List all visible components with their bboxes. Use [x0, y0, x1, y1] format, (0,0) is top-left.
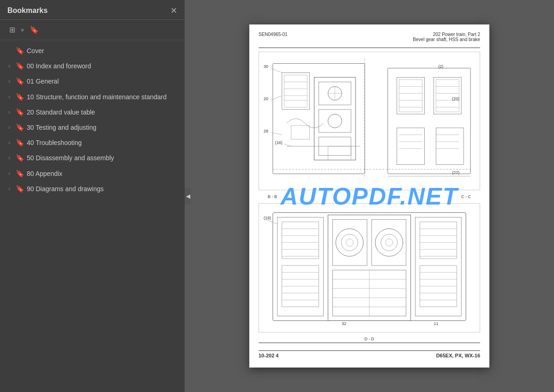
- svg-rect-80: [420, 222, 457, 259]
- svg-text:(22): (22): [452, 170, 459, 175]
- sidebar: Bookmarks ✕ ⊞ ▾ 🔖 › 🔖 Cover › 🔖 00 Index…: [0, 0, 185, 392]
- close-button[interactable]: ✕: [170, 6, 177, 15]
- bookmark-item-30[interactable]: › 🔖 30 Testing and adjusting: [2, 120, 183, 135]
- svg-line-37: [271, 133, 282, 135]
- page-footer: 10-202 4 D65EX, PX, WX-16: [259, 350, 480, 358]
- bookmark-icon: 🔖: [16, 154, 24, 162]
- svg-text:(20): (20): [452, 96, 459, 101]
- svg-point-74: [346, 239, 353, 246]
- bookmark-label-80: 80 Appendix: [27, 169, 178, 178]
- bookmark-item-01[interactable]: › 🔖 01 General: [2, 74, 183, 89]
- sidebar-toolbar: ⊞ ▾ 🔖: [0, 20, 185, 40]
- bookmark-list: › 🔖 Cover › 🔖 00 Index and foreword › 🔖 …: [0, 40, 185, 392]
- main-content: AUTOPDF.NET SEN04965-01 202 Power train,…: [185, 0, 554, 392]
- svg-rect-30: [436, 79, 459, 112]
- toolbar-divider: ▾: [21, 26, 24, 34]
- diagram-bottom-label: D - D: [259, 335, 480, 343]
- page-header-left: SEN04965-01: [259, 32, 288, 37]
- svg-rect-24: [399, 79, 422, 112]
- bookmark-item-50[interactable]: › 🔖 50 Disassembly and assembly: [2, 151, 183, 165]
- svg-line-92: [266, 219, 277, 224]
- svg-rect-16: [319, 109, 351, 133]
- diagram-bottom-svg: (19) 11 32: [259, 204, 480, 332]
- svg-text:(2): (2): [438, 64, 443, 69]
- bookmark-label-40: 40 Troubleshooting: [27, 139, 178, 147]
- bookmark-item-00[interactable]: › 🔖 00 Index and foreword: [2, 59, 183, 73]
- svg-rect-41: [291, 126, 310, 139]
- layout-button[interactable]: ⊞: [6, 24, 18, 36]
- chevron-icon: ›: [6, 139, 13, 146]
- bookmark-label-90: 90 Diagrams and drawings: [27, 185, 178, 193]
- svg-line-36: [271, 96, 282, 100]
- chevron-icon: ›: [6, 186, 13, 192]
- svg-rect-44: [436, 128, 464, 165]
- sidebar-collapse-button[interactable]: ◀: [185, 188, 191, 205]
- page-number: 10-202 4: [259, 353, 278, 358]
- svg-rect-43: [397, 128, 425, 165]
- sidebar-title: Bookmarks: [7, 6, 48, 15]
- chevron-icon: ›: [6, 155, 13, 161]
- diagram-label-bb: B - B: [268, 194, 277, 199]
- svg-rect-70: [332, 219, 367, 265]
- diagram-area: 30 20 28 (16) (2) (20) (22): [259, 52, 480, 343]
- bookmark-add-icon: 🔖: [30, 26, 39, 34]
- bookmark-label-30: 30 Testing and adjusting: [27, 123, 178, 132]
- bookmark-icon: 🔖: [16, 62, 24, 70]
- diagram-top: 30 20 28 (16) (2) (20) (22): [259, 52, 480, 190]
- diagram-top-svg: 30 20 28 (16) (2) (20) (22): [259, 52, 480, 190]
- svg-text:11: 11: [434, 321, 438, 326]
- sidebar-header: Bookmarks ✕: [0, 0, 185, 20]
- svg-text:32: 32: [342, 321, 346, 326]
- header-right-line1: 202 Power train, Part 2: [413, 32, 480, 37]
- footer-divider: [259, 343, 480, 343]
- bookmark-icon: 🔖: [16, 139, 24, 147]
- bookmark-item-10[interactable]: › 🔖 10 Structure, function and maintenan…: [2, 90, 183, 104]
- bookmark-item-40[interactable]: › 🔖 40 Troubleshooting: [2, 135, 183, 150]
- svg-rect-56: [277, 217, 324, 316]
- svg-rect-79: [416, 217, 462, 316]
- svg-point-75: [375, 229, 403, 256]
- bookmark-icon: 🔖: [16, 93, 24, 101]
- svg-text:20: 20: [264, 96, 268, 101]
- svg-rect-71: [372, 219, 406, 265]
- bookmark-icon: 🔖: [16, 123, 24, 132]
- svg-text:30: 30: [264, 64, 268, 69]
- svg-rect-23: [397, 77, 425, 114]
- diagram-bottom: (19) 11 32: [259, 203, 480, 332]
- bookmark-item-90[interactable]: › 🔖 90 Diagrams and drawings: [2, 181, 183, 196]
- chevron-icon: ›: [6, 94, 13, 100]
- svg-text:(19): (19): [264, 216, 271, 220]
- bookmark-label-20: 20 Standard value table: [27, 108, 178, 116]
- svg-point-72: [336, 229, 363, 256]
- bookmark-label-cover: Cover: [27, 47, 178, 55]
- chevron-icon: ›: [6, 170, 13, 177]
- bookmark-add-button[interactable]: 🔖: [27, 24, 42, 36]
- svg-point-19: [328, 114, 342, 128]
- svg-rect-42: [328, 146, 351, 160]
- layout-icon: ⊞: [9, 26, 15, 34]
- bookmark-label-01: 01 General: [27, 77, 178, 85]
- chevron-icon: ›: [6, 124, 13, 131]
- bookmark-item-80[interactable]: › 🔖 80 Appendix: [2, 166, 183, 181]
- page-header-right: 202 Power train, Part 2 Bevel gear shaft…: [413, 32, 480, 42]
- model-number: D65EX, PX, WX-16: [436, 353, 480, 358]
- chevron-icon: ›: [6, 63, 13, 69]
- header-divider: [259, 48, 480, 48]
- page-header: SEN04965-01 202 Power train, Part 2 Beve…: [259, 32, 480, 44]
- svg-rect-29: [434, 77, 461, 114]
- svg-line-35: [271, 68, 282, 72]
- bookmark-item-20[interactable]: › 🔖 20 Standard value table: [2, 105, 183, 120]
- svg-point-76: [381, 234, 397, 251]
- svg-line-38: [284, 144, 291, 146]
- bookmark-item-cover[interactable]: › 🔖 Cover: [2, 43, 183, 58]
- svg-rect-22: [388, 68, 470, 174]
- svg-text:28: 28: [264, 129, 268, 133]
- bookmark-icon: 🔖: [16, 47, 24, 55]
- bookmark-label-10: 10 Structure, function and maintenance s…: [27, 93, 178, 101]
- pdf-page: SEN04965-01 202 Power train, Part 2 Beve…: [249, 24, 489, 368]
- chevron-icon: ›: [6, 78, 13, 84]
- pdf-page-container: AUTOPDF.NET SEN04965-01 202 Power train,…: [185, 0, 554, 392]
- collapse-arrow-icon: ◀: [186, 193, 190, 199]
- svg-point-77: [385, 239, 393, 246]
- svg-rect-9: [284, 75, 307, 107]
